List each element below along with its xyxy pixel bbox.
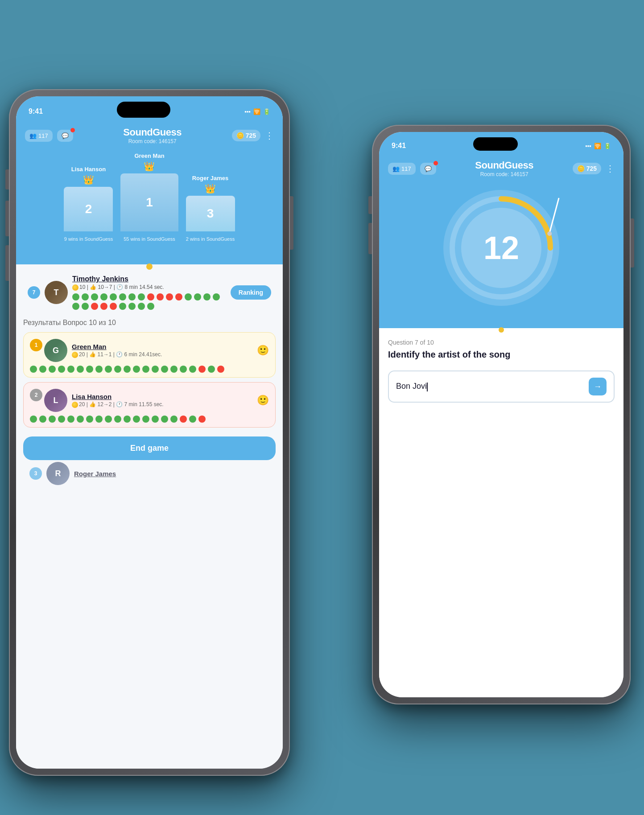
podium-base-3: 2 wins in SoundGuess: [182, 233, 238, 245]
dot: [185, 293, 192, 300]
chat-badge: [70, 128, 75, 132]
dot: [166, 293, 173, 300]
wifi-icon: 🛜: [253, 108, 260, 115]
dot: [208, 366, 215, 373]
dot: [180, 416, 187, 423]
dot: [198, 416, 206, 423]
crown-silver: 👑: [83, 174, 94, 185]
current-user-dots: [72, 293, 226, 310]
time-left: 9:41: [29, 107, 43, 115]
ranking-button[interactable]: Ranking: [231, 285, 271, 300]
dot: [58, 416, 65, 423]
dot: [189, 366, 196, 373]
dot: [105, 366, 112, 373]
app-title-right: SoundGuess: [441, 160, 568, 171]
phone-shell-left: 9:41 ▪▪▪ 🛜 🔋 👥 117 💬: [9, 89, 290, 776]
dot: [39, 416, 46, 423]
crown-bronze: 👑: [205, 183, 216, 194]
podium-wrapper: Lisa Hanson 👑 2 9 wins in SoundGuess Gre: [25, 152, 274, 245]
coin-icon-r: 🪙: [577, 165, 585, 172]
dot: [77, 416, 84, 423]
phone-left: 9:41 ▪▪▪ 🛜 🔋 👥 117 💬: [9, 89, 290, 776]
results-header: Результаты Вопрос 10 из 10: [23, 319, 276, 327]
dot: [86, 416, 93, 423]
volume-down-button: [5, 201, 9, 236]
players-count-icon[interactable]: 👥 117: [25, 130, 53, 142]
podium-base-1: 55 wins in SoundGuess: [120, 233, 179, 245]
dot: [119, 303, 126, 310]
submit-button[interactable]: →: [589, 378, 607, 395]
left-phone-screen: 9:41 ▪▪▪ 🛜 🔋 👥 117 💬: [16, 96, 283, 769]
dot: [100, 303, 107, 310]
silent-switch: [5, 245, 9, 281]
dot: [100, 293, 107, 300]
lisa-emoji: 🙂: [257, 395, 269, 406]
status-icons-left: ▪▪▪ 🛜 🔋: [244, 108, 270, 115]
dynamic-island-right: [473, 137, 518, 151]
menu-button[interactable]: ⋮: [265, 130, 274, 141]
chat-button-right[interactable]: 💬: [420, 163, 436, 175]
dot: [119, 293, 126, 300]
coin-amount: 725: [246, 132, 256, 139]
dot: [67, 416, 74, 423]
green-man-emoji: 🙂: [257, 345, 269, 356]
dot: [72, 293, 79, 300]
dot: [82, 303, 89, 310]
wifi-icon-r: 🛜: [594, 143, 601, 149]
dot: [72, 303, 79, 310]
dot: [133, 366, 140, 373]
lisa-dots: [30, 416, 269, 423]
result-card-2: 2 L Lisa Hanson 20 | 👍 12→2 | 🕐 7 min 11…: [23, 382, 276, 428]
menu-button-right[interactable]: ⋮: [606, 163, 615, 174]
coin-icon-small: 🪙: [236, 132, 244, 139]
status-bar-left: 9:41 ▪▪▪ 🛜 🔋: [16, 96, 283, 123]
podium-name-1: Green Man: [134, 152, 164, 159]
dot: [91, 293, 98, 300]
dot: [138, 303, 145, 310]
lisa-avatar: L: [44, 389, 67, 412]
people-icon-r: 👥: [392, 165, 400, 172]
players-count-right[interactable]: 👥 117: [388, 163, 416, 175]
dot: [161, 366, 168, 373]
dot: [77, 366, 84, 373]
dot: [86, 366, 93, 373]
podium-cylinder-1: 1: [120, 173, 178, 231]
crown-gold: 👑: [144, 161, 155, 172]
volume-up-button: [5, 169, 9, 189]
end-game-button[interactable]: End game: [23, 436, 276, 460]
green-man-dots: [30, 366, 269, 373]
answer-input-row[interactable]: Bon Jovi →: [388, 370, 615, 403]
dot: [128, 293, 136, 300]
dot: [110, 303, 117, 310]
signal-icon-r: ▪▪▪: [585, 143, 591, 149]
roger-name: Roger James: [74, 470, 116, 477]
phone-right: 9:41 ▪▪▪ 🛜 🔋 👥 117 💬: [372, 125, 631, 704]
cursor: [427, 383, 428, 391]
dot: [142, 416, 149, 423]
app-title: SoundGuess: [78, 127, 227, 138]
question-label: Question 7 of 10: [388, 339, 615, 346]
status-bar-right: 9:41 ▪▪▪ 🛜 🔋: [379, 132, 623, 156]
chat-button[interactable]: 💬: [57, 130, 73, 142]
people-icon: 👥: [29, 132, 37, 139]
green-man-info: Green Man 20 | 👍 11→1 | 🕐 6 min 24.41sec…: [72, 343, 252, 358]
app-header-right: 👥 117 💬 SoundGuess Room code: 146157 🪙 7…: [379, 156, 623, 181]
app-title-wrap: SoundGuess Room code: 146157: [78, 127, 227, 144]
dot: [213, 293, 220, 300]
podium-base-2: 9 wins in SoundGuess: [61, 233, 116, 245]
phone-shell-right: 9:41 ▪▪▪ 🛜 🔋 👥 117 💬: [372, 125, 631, 704]
dot: [170, 416, 178, 423]
turntable-circle: 12: [443, 190, 559, 306]
result-card-1: 1 G Green Man 20 | 👍 11→1 | 🕐 6 min 24.4…: [23, 332, 276, 378]
turntable-section: 12: [379, 181, 623, 319]
coin-display: 🪙 725: [232, 130, 260, 141]
blue-curve-right: [379, 319, 623, 328]
green-man-name[interactable]: Green Man: [72, 343, 252, 350]
time-right: 9:41: [392, 142, 406, 150]
current-user-name[interactable]: Timothy Jenkins: [72, 275, 226, 283]
lisa-name[interactable]: Lisa Hanson: [72, 393, 252, 400]
podium-cylinder-3: 3: [186, 196, 235, 231]
dot: [58, 366, 65, 373]
green-man-avatar: G: [44, 339, 67, 362]
card-row-2: 2 L Lisa Hanson 20 | 👍 12→2 | 🕐 7 min 11…: [30, 389, 269, 412]
